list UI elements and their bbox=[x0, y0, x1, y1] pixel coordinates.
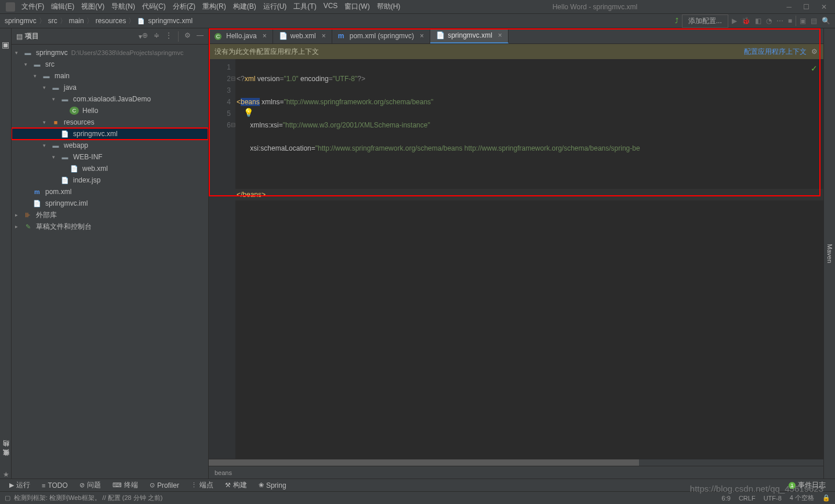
menu-item[interactable]: 视图(V) bbox=[78, 1, 107, 13]
event-log-button[interactable]: 1事件日志 bbox=[784, 479, 830, 491]
encoding[interactable]: UTF-8 bbox=[764, 495, 782, 502]
tree-node[interactable]: 📄index.jsp bbox=[12, 174, 208, 186]
stop-icon[interactable]: ■ bbox=[788, 17, 792, 25]
close-tab-icon[interactable]: × bbox=[498, 31, 502, 39]
tree-node[interactable]: ▸✎草稿文件和控制台 bbox=[12, 221, 208, 232]
menu-item[interactable]: 窗口(W) bbox=[342, 1, 372, 13]
menu-item[interactable]: 帮助(H) bbox=[374, 1, 404, 13]
tool-window-button[interactable]: ⊘问题 bbox=[75, 479, 106, 491]
tree-node[interactable]: ▾▬src bbox=[12, 59, 208, 70]
tree-label: index.jsp bbox=[73, 176, 100, 184]
tree-label: com.xiaolaodi.JavaDemo bbox=[73, 95, 151, 103]
horizontal-scrollbar[interactable] bbox=[209, 459, 823, 466]
tree-node[interactable]: 📄springmvc.xml bbox=[12, 128, 208, 140]
tree-node[interactable]: ▾▬java bbox=[12, 82, 208, 93]
menu-item[interactable]: VCS bbox=[321, 1, 341, 13]
add-configuration-button[interactable]: 添加配置... bbox=[682, 14, 728, 28]
line-separator[interactable]: CRLF bbox=[739, 495, 756, 502]
tree-node[interactable]: CHello bbox=[12, 105, 208, 116]
close-tab-icon[interactable]: × bbox=[263, 32, 267, 40]
breadcrumb-item[interactable]: resources bbox=[96, 17, 126, 25]
tool-window-button[interactable]: ❀Spring bbox=[254, 480, 291, 491]
editor-tab[interactable]: CHello.java× bbox=[209, 28, 273, 43]
profile-icon[interactable]: ◔ bbox=[766, 17, 772, 25]
sidebar-title: 项目 bbox=[25, 31, 139, 41]
tree-label: main bbox=[55, 72, 70, 80]
menu-item[interactable]: 运行(U) bbox=[260, 1, 290, 13]
settings-icon[interactable]: ⚙ bbox=[184, 31, 191, 42]
tool-window-button[interactable]: ⚒构建 bbox=[220, 479, 252, 491]
crumb-beans[interactable]: beans bbox=[215, 469, 232, 476]
tool-window-button[interactable]: ≡TODO bbox=[37, 480, 72, 491]
banner-gear-icon[interactable]: ⚙ bbox=[811, 48, 818, 56]
file-x-icon: 📄 bbox=[60, 176, 70, 184]
menu-item[interactable]: 分析(Z) bbox=[170, 1, 198, 13]
folder-blue-icon: ▬ bbox=[51, 141, 60, 149]
ide-icon[interactable]: ▤ bbox=[811, 17, 817, 25]
close-tab-icon[interactable]: × bbox=[420, 32, 424, 40]
expand-icon[interactable]: ≑ bbox=[154, 31, 159, 42]
tool-window-button[interactable]: ▶运行 bbox=[5, 479, 35, 491]
search-icon[interactable]: 🔍 bbox=[822, 17, 830, 25]
tree-node[interactable]: ▾▬springmvcD:\Users\23638\IdeaProjects\s… bbox=[12, 47, 208, 59]
tree-node[interactable]: 📄web.xml bbox=[12, 163, 208, 174]
breadcrumb: springmvc〉src〉main〉resources〉📄springmvc.… bbox=[5, 16, 675, 26]
folder-blue-icon: ▬ bbox=[23, 49, 32, 57]
tree-node[interactable]: mpom.xml bbox=[12, 186, 208, 198]
menu-item[interactable]: 编辑(E) bbox=[48, 1, 77, 13]
indent[interactable]: 4 个空格 bbox=[790, 494, 814, 502]
more-run-icon[interactable]: ⋯ bbox=[776, 17, 783, 25]
tool-window-button[interactable]: ⋮端点 bbox=[186, 479, 218, 491]
breadcrumb-item[interactable]: springmvc bbox=[5, 17, 37, 25]
code-editor[interactable]: 123456 ⊟ ⊟ <?xml version="1.0" encoding=… bbox=[209, 59, 823, 459]
cursor-position[interactable]: 6:9 bbox=[722, 495, 731, 502]
project-icon: ▤ bbox=[16, 32, 23, 41]
tree-label: webapp bbox=[64, 141, 88, 149]
menu-item[interactable]: 构建(B) bbox=[230, 1, 259, 13]
maximize-button[interactable]: ☐ bbox=[803, 3, 809, 11]
tree-node[interactable]: ▾▬com.xiaolaodi.JavaDemo bbox=[12, 93, 208, 105]
editor-tab[interactable]: 📄springmvc.xml× bbox=[430, 28, 509, 43]
debug-icon[interactable]: 🐞 bbox=[742, 17, 750, 25]
vcs-icon[interactable]: ▣ bbox=[800, 17, 806, 25]
menu-item[interactable]: 文件(F) bbox=[19, 1, 47, 13]
close-tab-icon[interactable]: × bbox=[322, 32, 326, 40]
menu-item[interactable]: 重构(R) bbox=[199, 1, 229, 13]
coverage-icon[interactable]: ◧ bbox=[755, 17, 761, 25]
breadcrumb-item[interactable]: main bbox=[69, 17, 84, 25]
run-icon[interactable]: ▶ bbox=[732, 17, 737, 25]
code-content[interactable]: <?xml version="1.0" encoding="UTF-8"?> <… bbox=[235, 59, 823, 459]
tool-window-bar: ▶运行≡TODO⊘问题⌨终端⊙Profiler⋮端点⚒构建❀Spring1事件日… bbox=[0, 479, 835, 491]
tree-node[interactable]: ▾■resources bbox=[12, 116, 208, 128]
scratch-icon: ✎ bbox=[23, 222, 32, 231]
locate-icon[interactable]: ⊕ bbox=[142, 31, 148, 42]
project-tool-icon[interactable]: ▣ bbox=[2, 40, 9, 49]
editor-breadcrumb[interactable]: beans bbox=[209, 466, 823, 479]
tool-window-button[interactable]: ⌨终端 bbox=[108, 479, 143, 491]
menu-item[interactable]: 工具(T) bbox=[291, 1, 319, 13]
collapse-icon[interactable]: ⋮ bbox=[165, 31, 172, 42]
tree-node[interactable]: ▾▬main bbox=[12, 70, 208, 82]
tree-node[interactable]: ▾▬webapp bbox=[12, 140, 208, 151]
tree-node[interactable]: 📄springmvc.iml bbox=[12, 198, 208, 209]
menu-item[interactable]: 代码(C) bbox=[139, 1, 169, 13]
banner-action-link[interactable]: 配置应用程序上下文 bbox=[744, 47, 807, 57]
intention-bulb-icon[interactable]: 💡 bbox=[244, 107, 253, 118]
tool-window-button[interactable]: ⊙Profiler bbox=[145, 480, 184, 491]
close-button[interactable]: ✕ bbox=[821, 3, 827, 11]
tree-node[interactable]: ▸⊪外部库 bbox=[12, 209, 208, 221]
minimize-button[interactable]: ─ bbox=[786, 3, 792, 11]
menu-item[interactable]: 导航(N) bbox=[108, 1, 138, 13]
editor-tab[interactable]: 📄web.xml× bbox=[273, 28, 332, 43]
editor-tab[interactable]: mpom.xml (springmvc)× bbox=[332, 28, 430, 43]
hide-icon[interactable]: — bbox=[197, 31, 204, 42]
tree-node[interactable]: ▾▬WEB-INF bbox=[12, 151, 208, 163]
build-icon[interactable]: ⤴ bbox=[675, 17, 678, 25]
tree-label: pom.xml bbox=[45, 188, 71, 196]
breadcrumb-item[interactable]: springmvc.xml bbox=[148, 17, 193, 25]
lock-icon[interactable]: 🔒 bbox=[822, 494, 830, 502]
maven-tab[interactable]: Maven bbox=[826, 244, 833, 263]
status-icon[interactable]: ▢ bbox=[5, 494, 10, 502]
breadcrumb-item[interactable]: src bbox=[48, 17, 57, 25]
project-tree[interactable]: ▾▬springmvcD:\Users\23638\IdeaProjects\s… bbox=[12, 45, 208, 479]
